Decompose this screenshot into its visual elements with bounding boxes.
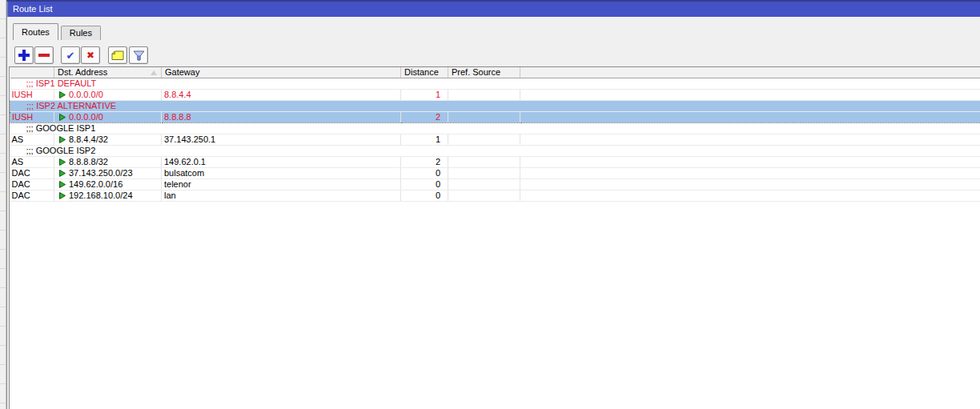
route-flags: DAC xyxy=(10,167,54,178)
route-row[interactable]: AS8.8.8.8/32149.62.0.12 xyxy=(10,156,980,167)
route-dst-address: 149.62.0.0/16 xyxy=(54,178,162,190)
route-comment: ;;; ISP2 ALTERNATIVE xyxy=(10,100,980,111)
filter-button[interactable] xyxy=(129,46,148,64)
enable-route-button[interactable]: ✔ xyxy=(61,46,80,64)
minus-icon xyxy=(38,54,50,57)
route-distance: 1 xyxy=(401,89,448,100)
route-gateway: 37.143.250.1 xyxy=(162,134,401,145)
route-row[interactable]: DAC192.168.10.0/24lan0 xyxy=(10,190,980,201)
filter-icon xyxy=(133,50,145,61)
route-table: Dst. Address Gateway Distance Pref. Sour… xyxy=(10,67,980,202)
tab-bar: Routes Rules xyxy=(13,23,101,40)
route-dst-address: 192.168.10.0/24 xyxy=(54,190,162,201)
active-route-arrow-icon xyxy=(59,136,66,143)
route-distance: 0 xyxy=(401,178,448,190)
route-gateway: 149.62.0.1 xyxy=(162,156,401,167)
route-gateway: 8.8.4.4 xyxy=(162,89,401,100)
route-pref-source xyxy=(448,89,520,100)
route-flags: DAC xyxy=(10,178,54,190)
check-icon: ✔ xyxy=(66,50,75,61)
route-distance: 1 xyxy=(401,134,448,145)
route-dst-address: 0.0.0.0/0 xyxy=(54,111,162,122)
remove-route-button[interactable] xyxy=(34,46,54,64)
column-header-distance[interactable]: Distance xyxy=(401,67,448,78)
comment-button[interactable] xyxy=(108,46,127,64)
sort-ascending-icon xyxy=(151,70,157,75)
plus-icon xyxy=(18,50,30,61)
route-row-filler xyxy=(520,134,980,145)
route-row-filler xyxy=(520,111,980,122)
route-distance: 2 xyxy=(401,156,448,167)
route-flags: DAC xyxy=(10,190,54,201)
active-route-arrow-icon xyxy=(59,114,66,121)
route-distance: 0 xyxy=(401,167,448,178)
disable-route-button[interactable]: ✖ xyxy=(81,46,100,64)
route-dst-address: 0.0.0.0/0 xyxy=(54,89,162,100)
route-dst-address: 37.143.250.0/23 xyxy=(54,167,162,178)
active-route-arrow-icon xyxy=(59,91,66,98)
route-comment: ;;; ISP1 DEFAULT xyxy=(10,78,980,89)
active-route-arrow-icon xyxy=(59,170,66,177)
route-pref-source xyxy=(448,111,520,122)
route-gateway: 8.8.8.8 xyxy=(162,111,401,122)
route-comment: ;;; GOOGLE ISP2 xyxy=(10,145,980,156)
route-row-filler xyxy=(520,167,980,178)
route-pref-source xyxy=(448,167,520,178)
route-row[interactable]: AS8.8.4.4/3237.143.250.11 xyxy=(10,134,980,145)
comment-row[interactable]: ;;; ISP2 ALTERNATIVE xyxy=(10,100,980,111)
route-dst-address: 8.8.8.8/32 xyxy=(54,156,162,167)
route-pref-source xyxy=(448,190,520,201)
active-route-arrow-icon xyxy=(59,192,66,199)
column-header-pref-source[interactable]: Pref. Source xyxy=(448,67,520,78)
route-row[interactable]: IUSH0.0.0.0/08.8.8.82 xyxy=(10,111,980,122)
route-distance: 0 xyxy=(401,190,448,201)
table-header-row: Dst. Address Gateway Distance Pref. Sour… xyxy=(10,67,980,78)
background-window-edge xyxy=(0,0,6,409)
route-row[interactable]: DAC37.143.250.0/23bulsatcom0 xyxy=(10,167,980,178)
add-route-button[interactable] xyxy=(14,46,34,64)
column-header-filler xyxy=(520,67,980,78)
route-list-window: Route List Routes Rules ✔ ✖ xyxy=(6,0,980,409)
active-route-arrow-icon xyxy=(59,158,66,166)
route-row-filler xyxy=(520,156,980,167)
route-flags: IUSH xyxy=(10,89,54,100)
tab-routes[interactable]: Routes xyxy=(13,23,58,40)
route-comment: ;;; GOOGLE ISP1 xyxy=(10,122,980,134)
route-row[interactable]: IUSH0.0.0.0/08.8.4.41 xyxy=(10,89,980,100)
toolbar: ✔ ✖ xyxy=(14,46,148,64)
route-table-body: ;;; ISP1 DEFAULTIUSH0.0.0.0/08.8.4.41;;;… xyxy=(10,78,980,201)
route-gateway: telenor xyxy=(162,178,401,190)
window-titlebar[interactable]: Route List xyxy=(7,2,980,17)
comment-icon xyxy=(111,50,124,61)
window-title: Route List xyxy=(13,4,53,14)
route-row-filler xyxy=(520,190,980,201)
route-row-filler xyxy=(520,178,980,190)
route-list-panel: Dst. Address Gateway Distance Pref. Sour… xyxy=(9,66,980,409)
route-row-filler xyxy=(520,89,980,100)
route-pref-source xyxy=(448,134,520,145)
route-flags: IUSH xyxy=(10,111,54,122)
comment-row[interactable]: ;;; GOOGLE ISP1 xyxy=(10,122,980,134)
route-flags: AS xyxy=(10,156,54,167)
column-header-dst-address[interactable]: Dst. Address xyxy=(54,67,162,78)
cross-icon: ✖ xyxy=(86,50,94,60)
route-gateway: lan xyxy=(162,190,401,201)
column-header-gateway[interactable]: Gateway xyxy=(162,67,401,78)
comment-row[interactable]: ;;; GOOGLE ISP2 xyxy=(10,145,980,156)
comment-row[interactable]: ;;; ISP1 DEFAULT xyxy=(10,78,980,89)
route-pref-source xyxy=(448,178,520,190)
route-dst-address: 8.8.4.4/32 xyxy=(54,134,162,145)
column-header-flags[interactable] xyxy=(10,67,54,78)
active-route-arrow-icon xyxy=(59,181,66,188)
route-row[interactable]: DAC149.62.0.0/16telenor0 xyxy=(10,178,980,190)
route-distance: 2 xyxy=(401,111,448,122)
route-gateway: bulsatcom xyxy=(162,167,401,178)
route-flags: AS xyxy=(10,134,54,145)
tab-rules[interactable]: Rules xyxy=(61,26,101,40)
route-pref-source xyxy=(448,156,520,167)
